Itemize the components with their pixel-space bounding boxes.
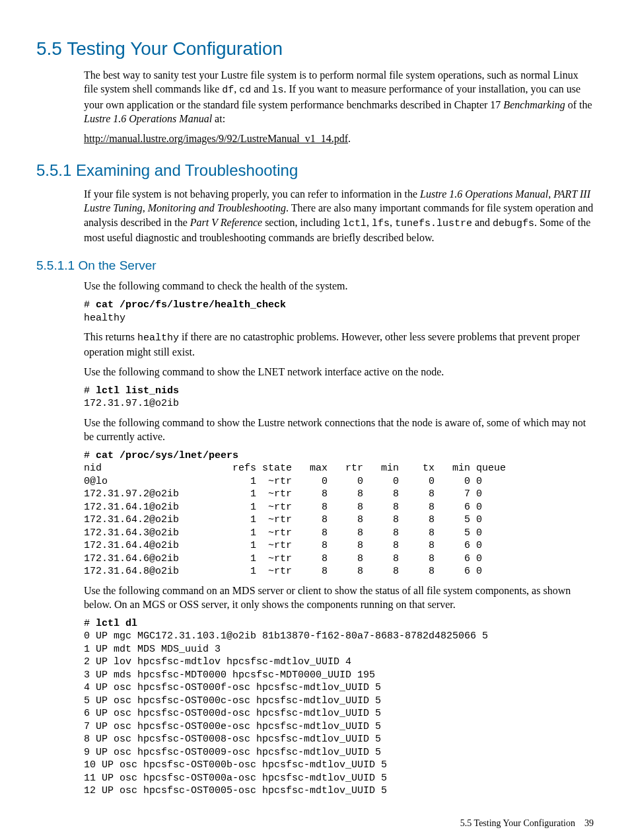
code-block-health: # cat /proc/fs/lustre/health_check healt…	[84, 299, 594, 325]
text: and	[251, 83, 271, 95]
prompt: #	[84, 385, 96, 397]
inline-code: cd	[239, 85, 251, 96]
output: nid refs state max rtr min tx min queue …	[84, 463, 506, 577]
intro-paragraph: The best way to sanity test your Lustre …	[84, 68, 594, 126]
text: ,	[390, 217, 395, 228]
code-block-lctl-dl: # lctl dl 0 UP mgc MGC172.31.103.1@o2ib …	[84, 617, 594, 798]
heading-5-5: 5.5 Testing Your Configuration	[36, 36, 594, 61]
prompt: #	[84, 450, 96, 461]
inline-code: tunefs.lustre	[395, 218, 472, 229]
health-check-explanation: This returns healthy if there are no cat…	[84, 330, 594, 360]
output: healthy	[84, 313, 125, 324]
prompt: #	[84, 618, 96, 629]
footer-section-title: 5.5 Testing Your Configuration	[460, 818, 575, 828]
text: This returns	[84, 331, 137, 342]
output: 172.31.97.1@o2ib	[84, 398, 179, 409]
output: 0 UP mgc MGC172.31.103.1@o2ib 81b13870-f…	[84, 630, 488, 796]
command: cat /proc/fs/lustre/health_check	[96, 299, 286, 311]
text: .	[348, 133, 351, 144]
italic-text: Benchmarking	[503, 99, 565, 110]
text: of the	[565, 99, 592, 110]
lctl-dl-intro: Use the following command on an MDS serv…	[84, 584, 594, 612]
code-block-nids: # lctl list_nids 172.31.97.1@o2ib	[84, 385, 594, 410]
heading-5-5-1: 5.5.1 Examining and Troubleshooting	[36, 160, 594, 181]
italic-text: Part V Reference	[190, 217, 262, 228]
health-check-intro: Use the following command to check the h…	[84, 279, 594, 293]
heading-5-5-1-1: 5.5.1.1 On the Server	[36, 257, 594, 274]
italic-text: Lustre 1.6 Operations Manual	[420, 188, 548, 200]
lnet-intro: Use the following command to show the LN…	[84, 365, 594, 379]
troubleshooting-paragraph: If your file system is not behaving prop…	[84, 187, 594, 245]
page-footer: 5.5 Testing Your Configuration 39	[36, 818, 594, 830]
text: ,	[548, 188, 553, 200]
link-paragraph: http://manual.lustre.org/images/9/92/Lus…	[84, 132, 594, 146]
text: and	[472, 217, 493, 228]
text: at:	[212, 113, 225, 124]
command: lctl list_nids	[96, 385, 179, 397]
inline-code: ls	[271, 85, 283, 96]
peers-intro: Use the following command to show the Lu…	[84, 416, 594, 444]
text: If your file system is not behaving prop…	[84, 188, 420, 200]
command: lctl dl	[96, 618, 137, 629]
prompt: #	[84, 299, 96, 311]
command: cat /proc/sys/lnet/peers	[96, 450, 238, 461]
inline-code: debugfs	[493, 218, 534, 229]
text: ,	[367, 217, 372, 228]
inline-code: healthy	[137, 332, 179, 344]
italic-text: Lustre 1.6 Operations Manual	[84, 113, 212, 124]
text: section, including	[262, 217, 343, 228]
inline-code: lfs	[372, 218, 390, 229]
page-number: 39	[584, 818, 594, 828]
inline-code: lctl	[343, 218, 367, 229]
manual-link[interactable]: http://manual.lustre.org/images/9/92/Lus…	[84, 133, 348, 144]
inline-code: df	[222, 85, 234, 96]
code-block-peers: # cat /proc/sys/lnet/peers nid refs stat…	[84, 449, 594, 578]
